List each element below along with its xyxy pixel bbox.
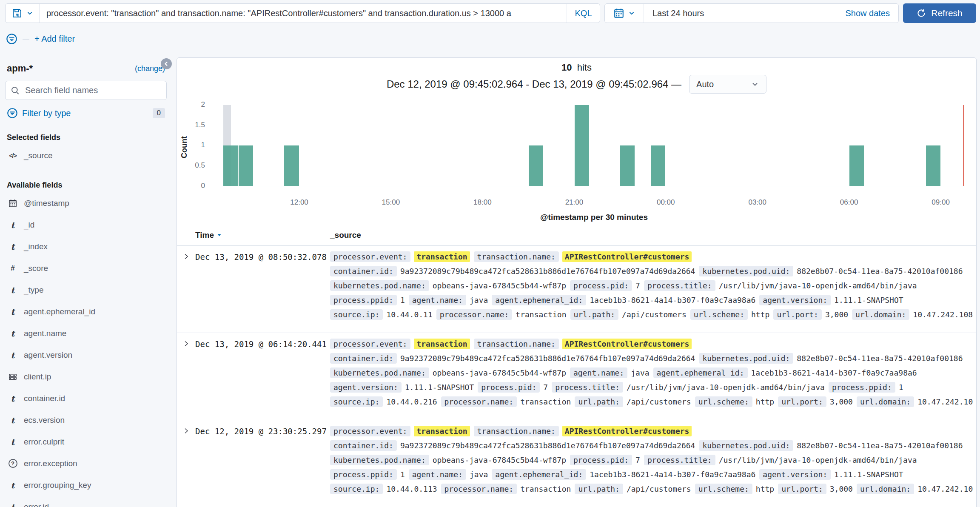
interval-value: Auto bbox=[696, 80, 714, 89]
query-input[interactable]: processor.event: "transaction" and trans… bbox=[40, 4, 567, 23]
field-item-_index[interactable]: t_index bbox=[5, 236, 167, 257]
time-range-value[interactable]: Last 24 hours bbox=[644, 4, 845, 23]
field-item-client.ip[interactable]: client.ip bbox=[5, 366, 167, 387]
field-key-badge: kubernetes.pod.uid: bbox=[699, 266, 793, 276]
field-value: 1.11.1-SNAPSHOT bbox=[834, 470, 903, 479]
show-dates-button[interactable]: Show dates bbox=[845, 4, 898, 23]
field-item-_type[interactable]: t_type bbox=[5, 279, 167, 301]
x-tick-label: 06:00 bbox=[840, 198, 858, 207]
field-key-badge: url.path: bbox=[575, 484, 623, 494]
filter-by-type-icon bbox=[7, 108, 18, 119]
x-tick-label: 00:00 bbox=[657, 198, 675, 207]
source-line: container.id:9a92372089c79b489ca472fca52… bbox=[330, 440, 973, 451]
histogram-bar-08:30[interactable] bbox=[926, 145, 940, 186]
field-item-agent.ephemeral_id[interactable]: tagent.ephemeral_id bbox=[5, 301, 167, 322]
collapse-sidebar-button[interactable] bbox=[161, 58, 172, 69]
source-field-icon: </> bbox=[8, 152, 18, 159]
field-item-error.grouping_key[interactable]: terror.grouping_key bbox=[5, 474, 167, 496]
field-value-pair: kubernetes.pod.name:opbeans-java-67845c5… bbox=[330, 367, 566, 378]
field-item-agent.version[interactable]: tagent.version bbox=[5, 344, 167, 366]
field-item-agent.name[interactable]: tagent.name bbox=[5, 322, 167, 344]
query-language-button[interactable]: KQL bbox=[567, 4, 600, 23]
histogram-bar-06:00[interactable] bbox=[849, 145, 864, 186]
field-item-ecs.version[interactable]: tecs.version bbox=[5, 409, 167, 431]
field-item-_source[interactable]: </>_source bbox=[5, 145, 167, 166]
field-search-input[interactable] bbox=[24, 85, 161, 96]
field-key-badge: processor.event: bbox=[330, 426, 410, 436]
field-value: /api/customers bbox=[627, 484, 691, 493]
field-key-badge: url.port: bbox=[778, 484, 826, 494]
field-value-highlighted: APIRestController#customers bbox=[562, 339, 692, 349]
field-name: _id bbox=[24, 220, 34, 230]
field-value-pair: process.ppid:1 bbox=[330, 469, 405, 480]
saved-query-menu-button[interactable] bbox=[6, 4, 40, 23]
field-value-pair: transaction.name:APIRestController#custo… bbox=[474, 339, 692, 349]
filter-count-badge: 0 bbox=[153, 108, 165, 118]
field-item-_id[interactable]: t_id bbox=[5, 214, 167, 236]
field-value-pair: container.id:9a92372089c79b489ca472fca52… bbox=[330, 440, 695, 451]
chevron-down-icon bbox=[751, 80, 759, 88]
field-item-error.id[interactable]: terror.id bbox=[5, 496, 167, 507]
field-value: opbeans-java-67845c5b44-wf87p bbox=[433, 368, 566, 377]
source-line: process.ppid:1agent.name:javaagent.ephem… bbox=[330, 469, 973, 480]
field-key-badge: processor.event: bbox=[330, 251, 410, 262]
histogram-bar-09:30[interactable] bbox=[223, 145, 238, 186]
field-name: @timestamp bbox=[24, 199, 69, 208]
field-value-pair: process.ppid:1 bbox=[330, 295, 405, 305]
field-item-@timestamp[interactable]: @timestamp bbox=[5, 192, 167, 214]
source-line: source.ip:10.44.0.113processor.name:tran… bbox=[330, 484, 973, 494]
source-line: processor.event:transactiontransaction.n… bbox=[330, 251, 973, 262]
field-value-pair: process.pid:7 bbox=[478, 382, 548, 393]
text-field-icon: t bbox=[8, 285, 18, 295]
filter-menu-icon[interactable] bbox=[6, 33, 17, 45]
expand-row-button[interactable] bbox=[177, 426, 195, 503]
field-value-pair: agent.ephemeral_id:1aceb1b3-8621-4a14-b3… bbox=[492, 469, 755, 480]
source-line: source.ip:10.44.0.11processor.name:trans… bbox=[330, 309, 973, 320]
add-filter-button[interactable]: + Add filter bbox=[34, 34, 75, 44]
field-value: transaction bbox=[520, 397, 571, 406]
time-column-header[interactable]: Time bbox=[195, 231, 222, 240]
field-key-badge: agent.name: bbox=[409, 469, 466, 480]
document-row: Dec 12, 2019 @ 23:30:25.297processor.eve… bbox=[177, 420, 976, 507]
histogram-bar-11:30[interactable] bbox=[284, 145, 299, 186]
fields-sidebar: apm-* (change) Filter by type 0 Selected… bbox=[0, 55, 172, 507]
field-key-badge: process.ppid: bbox=[330, 469, 397, 480]
field-key-badge: agent.ephemeral_id: bbox=[653, 367, 748, 378]
field-key-badge: process.ppid: bbox=[829, 382, 895, 393]
field-value-highlighted: APIRestController#customers bbox=[562, 426, 692, 436]
field-key-badge: agent.version: bbox=[759, 295, 831, 305]
field-value: transaction bbox=[520, 484, 571, 493]
field-item-error.culprit[interactable]: terror.culprit bbox=[5, 431, 167, 453]
source-line: container.id:9a92372089c79b489ca472fca52… bbox=[330, 266, 973, 276]
field-value-pair: url.scheme:http bbox=[690, 309, 770, 320]
histogram-plot[interactable] bbox=[223, 105, 965, 186]
histogram-bar-10:00[interactable] bbox=[239, 145, 253, 186]
current-time-marker bbox=[963, 105, 964, 186]
field-value: opbeans-java-67845c5b44-wf87p bbox=[433, 281, 566, 290]
unknown-field-icon: ? bbox=[8, 459, 18, 468]
field-item-error.exception[interactable]: ?error.exception bbox=[5, 453, 167, 474]
field-value-pair: source.ip:10.44.0.11 bbox=[330, 309, 433, 320]
text-field-icon: t bbox=[8, 502, 18, 507]
histogram-bar-23:30[interactable] bbox=[651, 145, 665, 186]
field-key-badge: agent.name: bbox=[570, 367, 627, 378]
field-item-_score[interactable]: #_score bbox=[5, 257, 167, 279]
field-name: client.ip bbox=[24, 372, 51, 382]
source-line: processor.event:transactiontransaction.n… bbox=[330, 426, 973, 436]
filter-by-type-button[interactable]: Filter by type bbox=[22, 108, 71, 118]
expand-row-button[interactable] bbox=[177, 339, 195, 416]
field-value-pair: url.domain:10.47.242.108 bbox=[857, 484, 973, 494]
histogram-bar-19:30[interactable] bbox=[529, 145, 543, 186]
field-value: 7 bbox=[543, 383, 548, 392]
histogram-bar-21:00[interactable] bbox=[575, 105, 589, 186]
interval-select[interactable]: Auto bbox=[689, 75, 766, 94]
field-value-pair: url.port:3,000 bbox=[778, 484, 853, 494]
date-quick-select-button[interactable] bbox=[605, 4, 644, 23]
expand-row-button[interactable] bbox=[177, 251, 195, 328]
index-pattern-title: apm-* bbox=[7, 63, 33, 74]
histogram-bar-22:30[interactable] bbox=[620, 145, 635, 186]
change-index-pattern-link[interactable]: (change) bbox=[135, 64, 165, 73]
refresh-button[interactable]: Refresh bbox=[903, 3, 976, 23]
field-item-container.id[interactable]: tcontainer.id bbox=[5, 387, 167, 409]
document-timestamp: Dec 13, 2019 @ 08:50:32.078 bbox=[195, 251, 330, 328]
